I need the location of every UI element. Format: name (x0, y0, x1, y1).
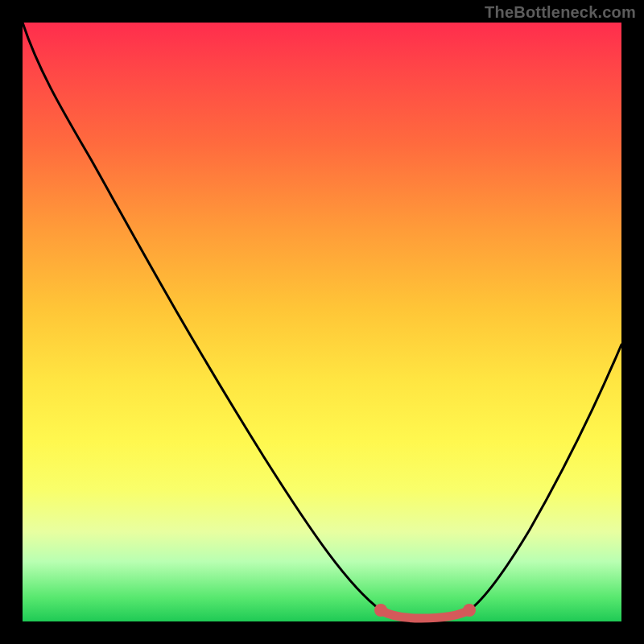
watermark-text: TheBottleneck.com (485, 3, 636, 22)
chart-stage: TheBottleneck.com (0, 0, 644, 644)
marker-start (374, 604, 387, 617)
curve-path (23, 23, 621, 618)
marker-end (463, 604, 476, 617)
bottleneck-curve (23, 23, 621, 621)
plot-area (23, 23, 621, 621)
flat-segment-highlight (381, 610, 469, 618)
